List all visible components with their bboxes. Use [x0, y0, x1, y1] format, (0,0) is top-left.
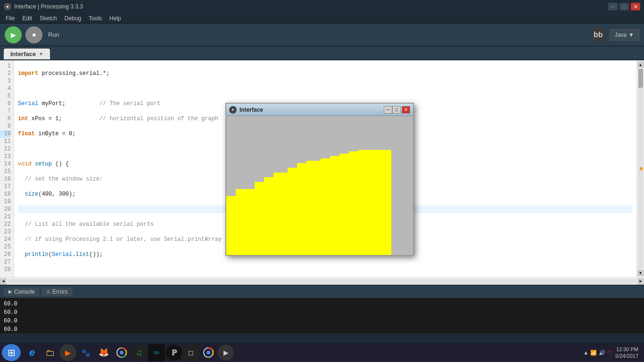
- toolbar: ▶ ■ Run bb Java ▼: [0, 24, 644, 46]
- line-num-18: 18: [0, 190, 11, 198]
- taskbar-player-icon[interactable]: ▶: [218, 345, 234, 361]
- windows-logo-icon: ⊞: [8, 347, 16, 358]
- dropdown-arrow-icon: ▼: [628, 32, 634, 38]
- line-num-25: 25: [0, 243, 11, 251]
- line-num-27: 27: [0, 258, 11, 266]
- line-num-14: 14: [0, 160, 11, 168]
- taskbar-ie-icon[interactable]: e: [24, 344, 41, 361]
- scroll-up-arrow[interactable]: ▲: [637, 61, 644, 68]
- line-num-22: 22: [0, 221, 11, 228]
- console-tab-label: Console: [14, 288, 35, 295]
- line-num-23: 23: [0, 228, 11, 236]
- menu-bar: File Edit Sketch Debug Tools Help: [0, 13, 644, 24]
- taskbar-folder-icon[interactable]: 🗀: [41, 344, 58, 361]
- console-icon: ▶: [8, 289, 12, 294]
- float-close-button[interactable]: ✕: [402, 106, 410, 114]
- line-num-20: 20: [0, 206, 11, 213]
- line-num-2: 2: [0, 70, 11, 77]
- taskbar-firefox-icon[interactable]: 🦊: [95, 344, 112, 361]
- title-bar-left: ● Interface | Processing 3.3.3: [4, 3, 83, 10]
- clock-time: 12:30 PM: [615, 346, 638, 353]
- taskbar-chrome2-icon[interactable]: [200, 344, 217, 361]
- line-num-17: 17: [0, 183, 11, 190]
- processing-output-canvas: [226, 116, 413, 255]
- scroll-indicator-dot: [640, 167, 643, 170]
- taskbar-spotify-icon[interactable]: ♫: [131, 345, 147, 361]
- float-title: Interface: [239, 107, 384, 113]
- line-num-28: 28: [0, 266, 11, 273]
- console-line-4: 60.0: [4, 325, 640, 333]
- tab-arrow-icon: ▼: [39, 51, 43, 57]
- line-num-12: 12: [0, 145, 11, 153]
- security-icon: 🛡: [607, 350, 612, 355]
- line-num-1: 1: [0, 62, 11, 70]
- scroll-down-arrow[interactable]: ▼: [637, 270, 644, 276]
- line-num-11: 11: [0, 138, 11, 145]
- svg-point-1: [120, 351, 124, 354]
- window-title: Interface | Processing 3.3.3: [14, 3, 83, 10]
- code-line-14: [18, 266, 633, 273]
- console-area: 60.0 60.0 60.0 60.0: [0, 298, 644, 333]
- close-button[interactable]: ✕: [631, 3, 640, 10]
- tab-errors[interactable]: ⚠ Errors: [41, 288, 73, 296]
- menu-help[interactable]: Help: [106, 13, 125, 23]
- console-line-1: 60.0: [4, 300, 640, 308]
- taskbar-arduino-icon[interactable]: ∞: [148, 344, 165, 361]
- start-button[interactable]: ⊞: [2, 344, 21, 361]
- line-num-19: 19: [0, 198, 11, 206]
- menu-tools[interactable]: Tools: [85, 13, 106, 23]
- line-num-13: 13: [0, 153, 11, 160]
- scroll-left-arrow[interactable]: ◄: [0, 278, 7, 285]
- taskbar-processing-icon[interactable]: ℙ: [166, 345, 182, 361]
- line-num-5: 5: [0, 92, 11, 100]
- editor-scrollbar: ▲ ▼: [636, 60, 644, 277]
- float-window[interactable]: ● Interface ─ □ ✕: [225, 103, 414, 256]
- horiz-scrollbar: ◄ ►: [0, 277, 644, 285]
- console-line-2: 60.0: [4, 308, 640, 317]
- float-minimize-button[interactable]: ─: [384, 106, 392, 114]
- menu-edit[interactable]: Edit: [18, 13, 36, 23]
- run-button[interactable]: ▶: [5, 26, 22, 43]
- float-app-icon: ●: [229, 106, 237, 114]
- menu-file[interactable]: File: [2, 13, 18, 23]
- line-num-16: 16: [0, 175, 11, 183]
- taskbar-media-icon[interactable]: ▶: [59, 344, 76, 361]
- scroll-right-arrow[interactable]: ►: [637, 278, 644, 285]
- console-line-3: 60.0: [4, 317, 640, 325]
- scroll-track[interactable]: [638, 69, 644, 269]
- console-tabs: ▶ Console ⚠ Errors: [0, 285, 644, 298]
- title-bar-controls: ─ □ ✕: [608, 3, 640, 10]
- taskbar-gimp-icon[interactable]: 🐾: [77, 344, 94, 361]
- tab-interface[interactable]: Interface ▼: [4, 49, 50, 59]
- line-num-24: 24: [0, 236, 11, 243]
- taskbar: ⊞ e 🗀 ▶ 🐾 🦊 ♫ ∞ ℙ ◻ ▶ ▲ 📶 🔊 🛡: [0, 343, 644, 362]
- stop-button[interactable]: ■: [25, 26, 42, 43]
- toolbar-right: bb Java ▼: [591, 27, 639, 42]
- taskbar-processing2-icon[interactable]: ◻: [183, 345, 199, 361]
- scroll-thumb[interactable]: [638, 69, 643, 88]
- menu-debug[interactable]: Debug: [61, 13, 85, 23]
- minimize-button[interactable]: ─: [608, 3, 618, 10]
- chevron-up-icon[interactable]: ▲: [583, 350, 588, 355]
- tab-console[interactable]: ▶ Console: [4, 288, 40, 296]
- line-num-21: 21: [0, 213, 11, 221]
- menu-sketch[interactable]: Sketch: [36, 13, 61, 23]
- mode-icon: bb: [591, 27, 606, 42]
- line-num-4: 4: [0, 85, 11, 92]
- line-num-3: 3: [0, 77, 11, 85]
- code-line-1: import processing.serial.*;: [18, 70, 633, 77]
- errors-icon: ⚠: [46, 289, 50, 294]
- network-icon: 📶: [590, 350, 597, 356]
- line-num-7: 7: [0, 107, 11, 115]
- taskbar-chrome-icon[interactable]: [113, 344, 130, 361]
- maximize-button[interactable]: □: [619, 3, 629, 10]
- java-mode-button[interactable]: Java ▼: [610, 29, 639, 41]
- float-titlebar: ● Interface ─ □ ✕: [226, 104, 413, 116]
- errors-tab-label: Errors: [52, 288, 68, 295]
- line-num-9: 9: [0, 123, 11, 130]
- app-icon: ●: [4, 3, 11, 10]
- code-line-2: [18, 85, 633, 92]
- float-maximize-button[interactable]: □: [392, 106, 401, 114]
- sys-tray: ▲ 📶 🔊 🛡: [583, 350, 612, 356]
- horiz-scroll-track[interactable]: [8, 279, 636, 284]
